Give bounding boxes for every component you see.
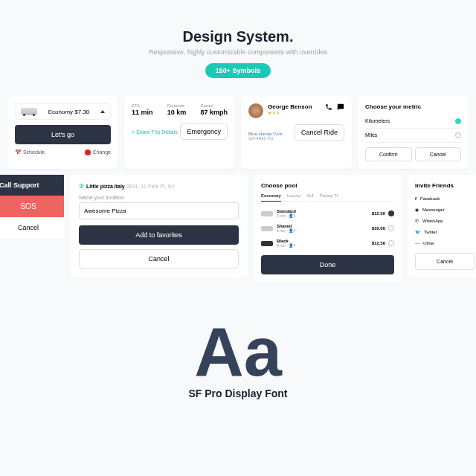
twitter-icon: 🐦 [415,229,420,234]
pool-card: Choose pool Economy Luxury 4x4 Pickup Tr… [254,175,402,282]
location-name: Little pizza Italy [86,184,125,189]
eta-label: ETA [132,103,153,108]
tab-4x4[interactable]: 4x4 [306,193,314,198]
hero-title: Design System. [0,28,476,45]
tab-economy[interactable]: Economy [261,193,281,202]
favorites-card: ⦿Little pizza Italy 2841, 11 Park Pl, NY… [70,175,248,277]
chat-icon[interactable] [337,103,344,111]
trip-stats-card: ETA11 min Distance10 km Speed87 kmph Sha… [124,96,235,169]
eta-value: 11 min [132,109,153,116]
speed-value: 87 kmph [200,109,228,116]
distance-label: Distance [167,103,187,108]
location-name-input[interactable]: Awesome Pizza [79,202,239,219]
add-favorites-button[interactable]: Add to favorites [79,225,239,245]
radio-on-icon [455,118,461,124]
economy-selector[interactable]: Economy $7.30 [15,103,111,120]
car-icon [21,108,37,115]
metric-card: Choose your metric Kilometers Miles Conf… [358,96,469,169]
pin-icon: ⦿ [79,184,84,189]
invite-twitter[interactable]: 🐦Twitter [415,226,475,237]
sos-card: Call Support SOS Cancel [0,175,64,238]
emergency-button[interactable]: Emergency [180,123,228,140]
messenger-icon: ◉ [415,207,419,212]
driver-card: George Benson★ 4.8 Blue Honda CivicCA-48… [241,96,352,169]
invite-title: Invite Friends [415,182,475,189]
invite-facebook[interactable]: fFacebook [415,193,475,204]
car-icon [261,241,273,246]
symbols-badge: 150+ Symbols [205,63,271,78]
chevron-up-icon [100,110,105,113]
cancel-ride-button[interactable]: Cancel Ride [295,124,344,141]
driver-rating: ★ 4.8 [268,110,312,115]
sos-cancel-button[interactable]: Cancel [0,217,64,238]
lets-go-button[interactable]: Let's go [15,125,111,144]
km-option[interactable]: Kilometers [365,115,461,129]
car-plate: CA-4831-TU [248,136,283,141]
change-link[interactable]: Change [85,149,111,155]
pool-title: Choose pool [261,182,394,189]
miles-option[interactable]: Miles [365,129,461,143]
driver-name: George Benson [268,103,312,110]
car-icon [261,211,273,216]
invite-card: Invite Friends fFacebook ◉Messenger ✆Wha… [408,175,476,277]
economy-label: Economy $7.30 [48,109,90,115]
radio-icon [388,225,394,231]
call-support-button[interactable]: Call Support [0,175,64,196]
invite-messenger[interactable]: ◉Messenger [415,204,475,215]
driver-avatar [248,103,263,118]
sos-button[interactable]: SOS [0,196,64,217]
fav-cancel-button[interactable]: Cancel [79,249,239,268]
more-icon: ⋯ [415,240,419,245]
hero-subtitle: Responsive, highly customizable componen… [0,48,476,56]
tab-luxury[interactable]: Luxury [287,193,300,198]
schedule-link[interactable]: 📅 Schedule [15,149,45,155]
mastercard-icon [85,149,91,155]
font-name: SF Pro Display Font [0,387,476,399]
pool-standard[interactable]: Standard4 min · 👤4$12.50 [261,206,394,221]
metric-title: Choose your metric [365,103,461,110]
invite-whatsapp[interactable]: ✆WhatsApp [415,215,475,226]
radio-icon [388,240,394,246]
check-icon [388,210,394,216]
phone-icon[interactable] [325,103,332,111]
invite-cancel-button[interactable]: Cancel [415,253,475,270]
typography-sample: Aa [0,318,476,386]
name-location-label: Name your location [79,195,239,200]
pool-black[interactable]: Black8 min · 👤4$12.50 [261,236,394,251]
radio-off-icon [455,132,461,138]
share-trip-link[interactable]: Share Trip Details [132,129,178,135]
tab-pickup[interactable]: Pickup Tr [320,193,338,198]
cancel-button[interactable]: Cancel [415,147,462,161]
speed-label: Speed [200,103,228,108]
done-button[interactable]: Done [261,255,394,274]
location-address: 2841, 11 Park Pl, NY [126,184,175,189]
car-icon [261,226,273,231]
pool-shared[interactable]: Shared6 min · 👤4$16.00 [261,221,394,236]
whatsapp-icon: ✆ [415,218,419,223]
invite-other[interactable]: ⋯Other [415,237,475,248]
distance-value: 10 km [167,109,187,116]
confirm-button[interactable]: Confirm [365,147,412,161]
facebook-icon: f [415,196,416,201]
ride-select-card: Economy $7.30 Let's go 📅 Schedule Change [7,96,118,169]
